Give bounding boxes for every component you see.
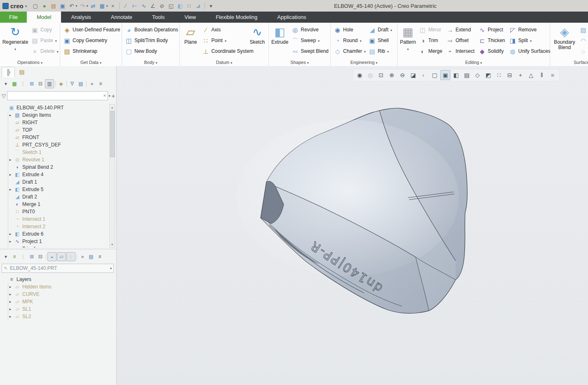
tree-search-box[interactable]: ×	[7, 91, 108, 100]
tree-item-draft-1[interactable]: ◢ Draft 1	[8, 178, 106, 186]
axis-button[interactable]: ∕ Axis	[201, 24, 247, 35]
item-info-icon[interactable]: ≡	[96, 80, 105, 88]
group-label-get-data[interactable]: Get Data	[60, 58, 122, 66]
panel-divider[interactable]	[0, 249, 117, 249]
expander-icon[interactable]	[8, 172, 12, 177]
split-trim-body-button[interactable]: ◫ Split/Trim Body	[124, 35, 180, 46]
tree-item-intersect-2[interactable]: ◔ Intersect 2	[8, 223, 106, 230]
mirror-button[interactable]: ◫ Mirror	[418, 24, 444, 35]
customize-toolbar-icon[interactable]: ▾	[207, 2, 215, 10]
tree-item-pnt0[interactable]: ∷ PNT0	[8, 208, 106, 215]
freestyle-button[interactable]: ◌ Freestyle	[578, 46, 588, 57]
thicken-button[interactable]: ⊏ Thicken	[477, 35, 507, 46]
tree-item-right-plane[interactable]: ▱ RIGHT	[8, 119, 106, 126]
tab-applications[interactable]: Applications	[267, 12, 316, 23]
tree-item-design-items[interactable]: ▤ Design Items	[8, 111, 106, 119]
redo-dropdown-icon[interactable]: ▾	[87, 4, 88, 8]
saved-orientations-icon[interactable]: ▣	[440, 70, 450, 80]
expander-icon[interactable]	[8, 285, 12, 289]
active-model-icon[interactable]: ▦	[10, 80, 19, 88]
layers-view-dropdown-icon[interactable]: ▾	[2, 253, 10, 261]
new-body-button[interactable]: ▢ New Body	[124, 46, 180, 57]
tree-columns-toggle-icon[interactable]: ▥	[45, 79, 54, 88]
layers-stack-icon[interactable]: ≡	[10, 253, 19, 261]
tab-tools[interactable]: Tools	[142, 12, 174, 23]
offset-button[interactable]: ⇒ Offset	[445, 35, 476, 46]
pause-display-icon[interactable]: ‖	[537, 70, 547, 80]
elbow-45-model[interactable]: dn140|PP-R	[117, 66, 588, 383]
intersect-button[interactable]: ◓ Intersect	[445, 46, 476, 57]
window-manager-icon[interactable]: ▦	[98, 2, 106, 10]
tree-item-trim-1[interactable]: ◑ Trim 1	[8, 245, 106, 248]
layers-root[interactable]: ≡ Layers	[2, 276, 110, 283]
tree-item-draft-2[interactable]: ◢ Draft 2	[8, 193, 106, 201]
zoom-in-icon[interactable]: ⊕	[387, 70, 397, 80]
expander-icon[interactable]	[8, 113, 12, 117]
collapse-levels-icon[interactable]: ⊟	[36, 253, 45, 261]
group-label-shapes[interactable]: Shapes	[269, 58, 330, 66]
graphics-viewport[interactable]: ◉ ◎ ⊡ ⊕ ⊖ ◪ ◐ ▢ ▣ ◧ ▤ ◇ ◩ ∷ ⊟ + △ ‖ ■	[117, 66, 588, 385]
window-dropdown-icon[interactable]: ▾	[106, 4, 108, 8]
measure-icon[interactable]: ∕	[122, 2, 130, 10]
spin-center-icon[interactable]: +	[515, 70, 525, 80]
group-label-surfaces[interactable]: Surfaces	[550, 58, 588, 66]
layer-settings-icon[interactable]: ▤	[87, 253, 95, 261]
paste-button[interactable]: ▤ Paste	[30, 35, 60, 46]
hole-button[interactable]: ◉ Hole	[332, 24, 366, 35]
measure-curve-icon[interactable]: ∿	[140, 2, 148, 10]
tree-item-project-1[interactable]: ∿ Project 1	[8, 238, 106, 245]
open-folder-icon[interactable]: ▤	[49, 2, 58, 10]
view-manager-icon[interactable]: ▤	[462, 70, 472, 80]
undo-dropdown-icon[interactable]: ▾	[76, 4, 78, 8]
save-icon[interactable]: ▣	[59, 2, 67, 10]
search-dropdown-icon[interactable]: ▾	[108, 94, 110, 98]
clear-search-icon[interactable]: ×	[103, 93, 106, 99]
tree-item-extrude-4[interactable]: ◧ Extrude 4	[8, 171, 106, 178]
layer-mpk[interactable]: ▱ MPK	[8, 298, 110, 305]
model-tree-tab[interactable]: ╠	[2, 67, 15, 77]
expand-levels-icon[interactable]: ⊞	[28, 80, 36, 88]
split-button[interactable]: ◨ Split	[508, 35, 552, 46]
solidify-button[interactable]: ◆ Solidify	[477, 46, 507, 57]
shell-button[interactable]: ▣ Shell	[367, 35, 394, 46]
regenerate-flow-icon[interactable]: ⇄	[89, 2, 97, 10]
tab-model[interactable]: Model	[27, 12, 61, 23]
boundary-blend-button[interactable]: ◈ Boundary Blend	[552, 24, 577, 58]
filter-funnel-icon[interactable]: ▽	[2, 93, 6, 99]
layer-hidden-items[interactable]: ▱ Hidden Items	[8, 283, 110, 291]
shrinkwrap-button[interactable]: ▧ Shrinkwrap	[62, 46, 122, 57]
tree-item-top-plane[interactable]: ▱ TOP	[8, 126, 106, 134]
expander-icon[interactable]	[8, 292, 12, 296]
copy-geometry-button[interactable]: ▣ Copy Geometry	[62, 35, 122, 46]
tree-item-part-root[interactable]: ▣ ELBOW_45-140.PRT	[2, 104, 106, 111]
tree-scrollbar[interactable]: ▲ ▼	[109, 104, 115, 248]
revolve-button[interactable]: ◎ Revolve	[290, 24, 330, 35]
layer-sl1[interactable]: ▱ SL1	[8, 305, 110, 313]
expander-icon[interactable]	[8, 307, 12, 311]
combo-dropdown-icon[interactable]: ▾	[110, 267, 112, 270]
tree-item-extrude-6[interactable]: ◧ Extrude 6	[8, 230, 106, 238]
measure-diameter-icon[interactable]: ⊘	[158, 2, 166, 10]
scroll-down-icon[interactable]: ▼	[110, 241, 115, 247]
group-label-operations[interactable]: Operations	[0, 58, 60, 66]
layer-item-toggle-icon[interactable]: ▱	[57, 252, 66, 261]
tab-flexible-modeling[interactable]: Flexible Modeling	[206, 12, 267, 23]
expander-icon[interactable]	[8, 300, 12, 304]
coordinate-system-button[interactable]: ⊥ Coordinate System	[201, 46, 247, 57]
expand-levels-icon[interactable]: ⊞	[28, 253, 36, 261]
tree-item-revolve-1[interactable]: ◎ Revolve 1	[8, 156, 106, 163]
extend-button[interactable]: → Extend	[445, 24, 476, 35]
scrollbar-thumb[interactable]	[110, 111, 115, 157]
tree-search-input[interactable]	[9, 92, 103, 99]
shading-quality-icon[interactable]: ◐	[419, 70, 429, 80]
fill-button[interactable]: ▨ Fill	[578, 24, 588, 35]
display-style-icon[interactable]: ▢	[430, 70, 440, 80]
tree-item-csys[interactable]: ⊥ PRT_CSYS_DEF	[8, 141, 106, 149]
tab-file[interactable]: File	[0, 12, 27, 23]
add-filter-icon[interactable]: +	[111, 92, 115, 99]
layer-info-icon[interactable]: ≡	[96, 253, 104, 261]
layer-status-toggle-icon[interactable]: ◒	[47, 252, 56, 261]
scroll-up-icon[interactable]: ▲	[110, 104, 115, 110]
tree-item-front-plane[interactable]: ▱ FRONT	[8, 134, 106, 141]
plane-button[interactable]: ▱ Plane	[181, 24, 200, 58]
